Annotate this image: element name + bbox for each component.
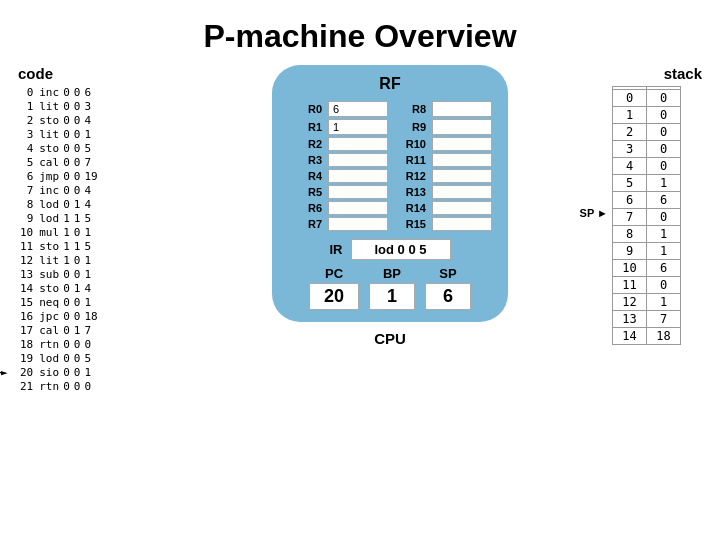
code-row-cell: lod [37, 352, 61, 366]
code-row-num: 0 [18, 86, 37, 100]
stack-row-idx: 14 [613, 328, 647, 345]
code-row-cell: 0 [61, 142, 72, 156]
cpu-section: RF R06R8R11R9R2R10R3R11R4R12R5R13R6R14R7… [272, 65, 508, 347]
code-row-cell: 1 [82, 268, 99, 282]
code-row-cell: 0 [72, 310, 83, 324]
code-row-num: 21 [18, 380, 37, 394]
rf-reg-value [328, 137, 388, 151]
code-row-cell: sto [37, 282, 61, 296]
stack-row: 1418 [613, 328, 681, 345]
code-row-cell: cal [37, 324, 61, 338]
code-row-cell: lit [37, 254, 61, 268]
rf-reg-label: R1 [288, 119, 324, 135]
stack-label: stack [582, 65, 702, 82]
code-row-cell: 0 [61, 198, 72, 212]
stack-row-val: 18 [647, 328, 681, 345]
rf-reg-right-label: R14 [392, 201, 428, 215]
rf-reg-right-value [432, 217, 492, 231]
code-row: 19lod005 [18, 352, 100, 366]
code-row-cell: 0 [61, 296, 72, 310]
stack-row-val: 0 [647, 209, 681, 226]
code-row-cell: 4 [82, 198, 99, 212]
code-row-num: 7 [18, 184, 37, 198]
stack-row: 70 [613, 209, 681, 226]
code-row: 5cal007 [18, 156, 100, 170]
stack-row-idx: 5 [613, 175, 647, 192]
code-row-cell: 0 [72, 366, 83, 380]
stack-row: 110 [613, 277, 681, 294]
code-row-num: 11 [18, 240, 37, 254]
code-row: 1lit003 [18, 100, 100, 114]
stack-row: 137 [613, 311, 681, 328]
rf-reg-right-value [432, 201, 492, 215]
rf-reg-right-label: R12 [392, 169, 428, 183]
code-row: 2sto004 [18, 114, 100, 128]
code-row-cell: 1 [82, 296, 99, 310]
stack-row-idx: 4 [613, 158, 647, 175]
stack-row-val: 0 [647, 158, 681, 175]
stack-row: 10 [613, 107, 681, 124]
stack-section: stack SP ► 00102030405166708191106110121… [582, 65, 702, 345]
code-row-cell: jmp [37, 170, 61, 184]
code-row-cell: 0 [61, 100, 72, 114]
code-row-cell: 0 [72, 254, 83, 268]
code-row-cell: 0 [61, 352, 72, 366]
code-row-cell: 0 [61, 310, 72, 324]
code-row-cell: 0 [72, 338, 83, 352]
code-row-cell: neq [37, 296, 61, 310]
code-row: 11sto115 [18, 240, 100, 254]
code-row-cell: jpc [37, 310, 61, 324]
code-row-cell: 1 [82, 366, 99, 380]
code-row-cell: 4 [82, 114, 99, 128]
code-row-cell: 7 [82, 324, 99, 338]
code-row-cell: 0 [72, 352, 83, 366]
rf-reg-right-value [432, 101, 492, 117]
stack-row-idx: 9 [613, 243, 647, 260]
cpu-label: CPU [374, 330, 406, 347]
pc-arrow: PC ——► [0, 366, 8, 380]
code-row-num: 13 [18, 268, 37, 282]
stack-row-idx: 1 [613, 107, 647, 124]
stack-row: 91 [613, 243, 681, 260]
code-row-num: 16 [18, 310, 37, 324]
rf-reg-value [328, 185, 388, 199]
code-row-cell: 1 [72, 212, 83, 226]
code-row-num: 19 [18, 352, 37, 366]
stack-row-val: 1 [647, 175, 681, 192]
code-row-cell: 5 [82, 212, 99, 226]
rf-reg-right-label: R8 [392, 101, 428, 117]
rf-reg-label: R3 [288, 153, 324, 167]
rf-reg-right-value [432, 119, 492, 135]
stack-row-idx: 11 [613, 277, 647, 294]
code-row-num: 17 [18, 324, 37, 338]
stack-row-val: 0 [647, 90, 681, 107]
code-row-cell: 0 [61, 268, 72, 282]
rf-reg-value [328, 153, 388, 167]
code-row-cell: 0 [61, 282, 72, 296]
code-table: 0inc0061lit0032sto0043lit0014sto0055cal0… [18, 86, 100, 394]
pc-cell: 20PC ——► [18, 366, 37, 380]
code-row: 18rtn000 [18, 338, 100, 352]
code-row-num: 12 [18, 254, 37, 268]
stack-row: 121 [613, 294, 681, 311]
code-row: 8lod014 [18, 198, 100, 212]
rf-reg-right-value [432, 185, 492, 199]
code-row: 10mul101 [18, 226, 100, 240]
code-row-cell: 1 [61, 240, 72, 254]
rf-label: RF [379, 75, 400, 93]
code-row-num: 15 [18, 296, 37, 310]
code-row-cell: sto [37, 114, 61, 128]
code-row: 13sub001 [18, 268, 100, 282]
ir-value: lod 0 0 5 [351, 239, 451, 260]
code-row-cell: lod [37, 198, 61, 212]
code-row-num: 6 [18, 170, 37, 184]
code-row-cell: 4 [82, 282, 99, 296]
code-row-cell: 1 [61, 254, 72, 268]
rf-reg-label: R5 [288, 185, 324, 199]
code-row: 14sto014 [18, 282, 100, 296]
code-row-cell: lit [37, 128, 61, 142]
bp-label: BP [383, 266, 401, 281]
sp-label: SP [439, 266, 456, 281]
stack-row-idx: 6 [613, 192, 647, 209]
code-row-cell: inc [37, 184, 61, 198]
